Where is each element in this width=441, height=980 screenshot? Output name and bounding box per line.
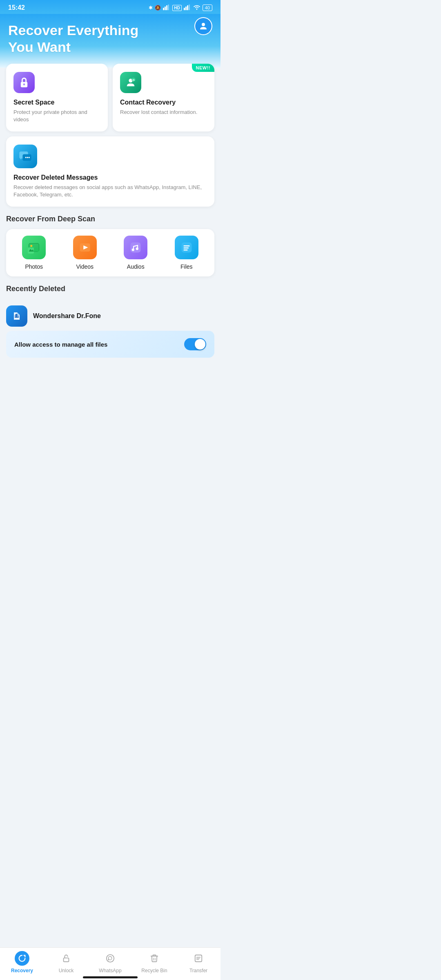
svg-text:⟳: ⟳ [132, 78, 135, 81]
drfone-item[interactable]: Wondershare Dr.Fone [6, 299, 214, 331]
toggle-switch[interactable] [184, 338, 206, 350]
bluetooth-icon: ✱ [149, 5, 153, 11]
main-content: Secret Space Protect your private photos… [0, 64, 220, 399]
svg-point-18 [29, 157, 30, 158]
contact-recovery-card[interactable]: New!! ⟳ Contact Recovery Recover lost co… [113, 64, 214, 131]
svg-point-16 [25, 157, 27, 158]
svg-rect-7 [189, 4, 190, 10]
secret-space-title: Secret Space [13, 99, 100, 106]
svg-point-29 [136, 247, 138, 250]
header-title: Recover Everything You Want [8, 22, 212, 56]
scan-item-videos[interactable]: Videos [61, 236, 109, 270]
new-badge: New!! [192, 64, 215, 72]
recover-messages-card[interactable]: Recover Deleted Messages Recover deleted… [6, 136, 214, 207]
svg-rect-2 [166, 5, 167, 10]
photos-icon [22, 236, 46, 259]
photos-label: Photos [25, 263, 43, 270]
svg-point-22 [31, 245, 33, 247]
svg-rect-4 [184, 8, 185, 10]
mute-icon: 🔕 [155, 5, 161, 11]
recover-messages-title: Recover Deleted Messages [13, 174, 207, 181]
audios-icon [124, 236, 147, 259]
svg-point-28 [132, 249, 134, 251]
drfone-logo [6, 305, 27, 327]
messages-icon [13, 145, 37, 168]
videos-icon [73, 236, 97, 259]
wifi-icon [193, 4, 200, 11]
svg-rect-0 [163, 8, 164, 10]
secret-space-desc: Protect your private photos and videos [13, 109, 100, 123]
drfone-name: Wondershare Dr.Fone [33, 312, 101, 320]
contact-recovery-icon: ⟳ [120, 72, 141, 93]
videos-label: Videos [76, 263, 94, 270]
signal-icon [163, 4, 170, 11]
audios-label: Audios [127, 263, 145, 270]
svg-point-17 [27, 157, 28, 158]
scan-item-photos[interactable]: Photos [10, 236, 58, 270]
contact-recovery-desc: Recover lost contact information. [120, 109, 207, 116]
header: Recover Everything You Want [0, 14, 220, 68]
scan-item-files[interactable]: Files [163, 236, 211, 270]
svg-rect-1 [165, 7, 166, 10]
status-time: 15:42 [8, 4, 25, 11]
secret-space-icon [13, 72, 35, 93]
avatar-inner [195, 18, 212, 34]
permission-text: Allow access to manage all files [14, 341, 178, 348]
svg-rect-31 [183, 245, 189, 247]
files-icon [175, 236, 198, 259]
files-label: Files [180, 263, 193, 270]
status-bar: 15:42 ✱ 🔕 HD [0, 0, 220, 14]
svg-rect-33 [183, 249, 187, 251]
svg-rect-6 [187, 5, 188, 10]
status-icons: ✱ 🔕 HD 40 [149, 4, 212, 11]
battery-icon: 40 [203, 4, 212, 11]
recover-messages-desc: Recover deleted messages on social apps … [13, 184, 207, 198]
svg-rect-27 [131, 243, 141, 253]
deep-scan-section-title: Recover From Deep Scan [6, 215, 214, 223]
secret-space-card[interactable]: Secret Space Protect your private photos… [6, 64, 108, 131]
signal-icon2 [184, 4, 191, 11]
recently-deleted-title: Recently Deleted [6, 285, 214, 293]
scan-item-audios[interactable]: Audios [112, 236, 160, 270]
hd-badge: HD [172, 5, 181, 11]
svg-rect-5 [185, 7, 187, 10]
svg-rect-3 [168, 4, 169, 10]
svg-rect-32 [183, 247, 189, 249]
avatar[interactable] [194, 17, 212, 35]
scan-grid: Photos Videos Audios [6, 229, 214, 276]
contact-recovery-title: Contact Recovery [120, 99, 207, 106]
cards-grid: Secret Space Protect your private photos… [6, 64, 214, 207]
svg-point-10 [23, 83, 25, 85]
toggle-knob [195, 339, 205, 350]
permission-banner[interactable]: Allow access to manage all files [6, 331, 214, 358]
svg-point-8 [202, 23, 205, 26]
recently-deleted-section: Recently Deleted Wondershare Dr.Fone All… [6, 285, 214, 358]
